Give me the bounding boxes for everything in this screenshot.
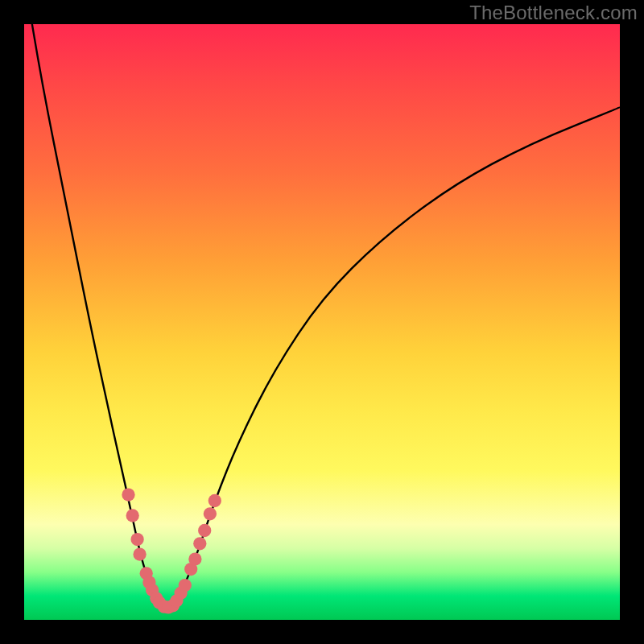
curve-marker — [193, 537, 206, 550]
curve-marker — [179, 579, 192, 592]
curve-marker — [204, 507, 217, 520]
chart-frame: TheBottleneck.com — [0, 0, 644, 644]
curve-marker — [126, 509, 139, 522]
watermark-text: TheBottleneck.com — [469, 2, 638, 24]
curve-marker — [122, 488, 134, 501]
curve-marker — [188, 552, 201, 565]
curve-layer — [24, 24, 620, 620]
curve-marker — [208, 494, 221, 507]
curve-marker — [198, 524, 211, 537]
curve-markers — [122, 488, 221, 613]
curve-marker — [133, 547, 146, 560]
plot-area — [24, 24, 620, 620]
bottleneck-curve — [24, 0, 620, 606]
curve-marker — [130, 533, 143, 546]
